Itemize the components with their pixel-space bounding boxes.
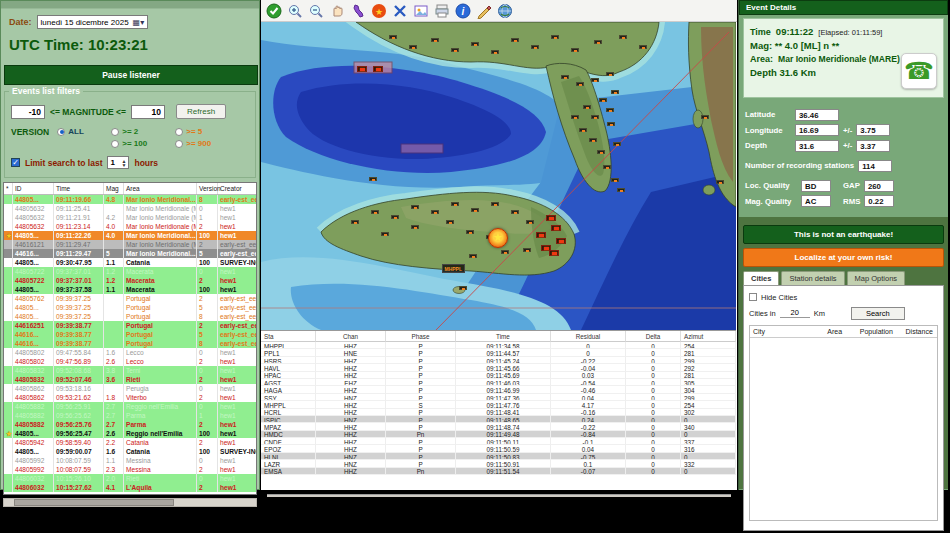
seismic-station-marker[interactable] (373, 66, 383, 72)
not-earthquake-button[interactable]: This is not an earthquake! (743, 225, 944, 244)
seismic-station-marker[interactable] (576, 82, 584, 86)
seismic-station-marker[interactable] (639, 45, 647, 49)
zoom-in-icon[interactable] (286, 2, 304, 20)
seismic-station-marker[interactable] (511, 210, 519, 214)
station-row[interactable]: SSYHNZP09:11:47.360.040299 (261, 394, 736, 401)
event-row[interactable]: 4480588209:56:25.622.7Parma1hew1 (4, 411, 256, 420)
station-row[interactable]: HCRLHHZP09:11:48.41-0.160302 (261, 409, 736, 416)
seismic-station-marker[interactable] (451, 202, 459, 206)
version-radio-2[interactable]: >= 2 (111, 127, 173, 136)
station-row[interactable]: HMDCHHZPn09:11:49.48-0.8400 (261, 431, 736, 438)
event-row[interactable]: ★44805...09:56:25.472.6Reggio nell'Emili… (4, 429, 256, 438)
event-row[interactable]: 4480563209:11:21.914.2Mar Ionio Meridion… (4, 213, 256, 222)
seismic-station-marker[interactable] (469, 254, 477, 258)
close-icon[interactable] (391, 2, 409, 20)
station-row[interactable]: AGSTEHZP09:11:46.03-0.540305 (261, 379, 736, 386)
seismic-station-marker[interactable] (409, 45, 417, 49)
station-row[interactable]: HPACHHZP09:11:45.690.030281 (261, 372, 736, 379)
event-row[interactable]: 4480580209:47:56.892.6Lecco2hew1 (4, 357, 256, 366)
event-row[interactable]: 44805...09:59:00.071.6Catania100SURVEY-I… (4, 447, 256, 456)
event-row[interactable]: 4480563209:11:25.41Mar Ionio Meridionale… (4, 204, 256, 213)
pan-hand-icon[interactable] (328, 2, 346, 20)
seismic-station-marker[interactable] (613, 142, 621, 146)
station-row[interactable]: MHPPLHHZS09:11:47.764.170254 (261, 401, 736, 408)
station-row[interactable]: ISPICHNZP09:11:48.650.2400 (261, 416, 736, 423)
station-picks-table[interactable]: StaChanPhaseTimeResidualDeltaAzimutMHPPL… (261, 330, 736, 490)
event-row[interactable]: 44805...09:30:47.951.1Catania100SURVEY-I… (4, 258, 256, 267)
seismic-station-marker[interactable] (589, 138, 597, 142)
zoom-out-icon[interactable] (307, 2, 325, 20)
version-radio-5[interactable]: >= 5 (175, 127, 237, 136)
seismic-station-marker[interactable] (459, 286, 467, 290)
pause-listener-button[interactable]: Pause listener (4, 65, 258, 85)
seismic-station-marker[interactable] (591, 78, 599, 82)
event-row[interactable]: 4480588209:56:25.762.7Parma2hew1 (4, 420, 256, 429)
seismic-station-marker[interactable] (523, 248, 531, 252)
seismic-station-marker[interactable] (491, 50, 499, 54)
seismic-station-marker[interactable] (411, 205, 419, 209)
seismic-station-marker[interactable] (431, 38, 439, 42)
seismic-station-marker[interactable] (606, 72, 614, 76)
seismic-station-marker[interactable] (391, 215, 399, 219)
seismic-station-marker[interactable] (594, 40, 602, 44)
phone-call-icon[interactable]: ☎ (901, 53, 937, 89)
event-row[interactable]: 4480586209:53:21.621.8Viterbo2hew1 (4, 393, 256, 402)
map[interactable]: MHPPL★ (261, 22, 736, 330)
tab-cities[interactable]: Cities (743, 271, 779, 285)
seismic-station-marker[interactable] (611, 90, 619, 94)
seismic-station-marker[interactable] (579, 128, 587, 132)
station-row[interactable]: EPOZHHZP09:11:50.590.040316 (261, 445, 736, 452)
station-row[interactable]: MPAZHHZP09:11:48.74-0.220340 (261, 423, 736, 430)
limit-search-checkbox[interactable]: ✓ (11, 158, 20, 167)
tab-station-details[interactable]: Station details (781, 271, 844, 285)
cities-search-button[interactable]: Search (851, 307, 905, 320)
seismic-station-marker[interactable] (411, 225, 419, 229)
seismic-station-marker[interactable] (389, 35, 397, 39)
info-icon[interactable]: i (454, 2, 472, 20)
confirm-icon[interactable] (265, 2, 283, 20)
event-row[interactable]: 44616...09:11:29.475Mar Ionio Meridional… (4, 249, 256, 258)
events-table-hscrollbar[interactable] (3, 498, 257, 507)
seismic-station-marker[interactable] (471, 208, 479, 212)
seismic-station-marker[interactable] (556, 238, 566, 244)
longitude-error-input[interactable]: 3.75 (856, 124, 890, 136)
event-row[interactable]: 44616...09:39:38.77Portugal5early-est_ee… (4, 330, 256, 339)
event-row[interactable]: 4480563209:11:23.144.0Mar Ionio Meridion… (4, 222, 256, 231)
event-row[interactable]: 4480599210:08:07.591.1Messina0hew1 (4, 456, 256, 465)
italy-region-icon[interactable] (349, 2, 367, 20)
seismic-station-marker[interactable] (371, 210, 379, 214)
seismic-station-marker[interactable] (551, 225, 561, 231)
epicenter-star-marker[interactable]: ★ (488, 228, 508, 248)
seismic-station-marker[interactable] (619, 35, 627, 39)
mag-max-input[interactable]: 10 (131, 105, 165, 119)
seismic-station-marker[interactable] (471, 42, 479, 46)
seismic-station-marker[interactable] (541, 245, 551, 251)
seismic-station-marker[interactable] (501, 250, 509, 254)
seismic-station-marker[interactable] (571, 48, 579, 52)
hours-spinner[interactable]: 1 ▲▼ (107, 156, 129, 169)
station-row[interactable]: PPL1HNEP09:11:44.5700281 (261, 349, 736, 356)
event-row[interactable]: 4480583209:52:07.463.6Rieti2hew1 (4, 375, 256, 384)
seismic-station-marker[interactable] (357, 66, 367, 72)
seismic-station-marker[interactable] (466, 230, 474, 234)
globe-icon[interactable] (496, 2, 514, 20)
seismic-station-marker[interactable] (571, 115, 579, 119)
seismic-station-marker[interactable] (607, 122, 615, 126)
seismic-station-marker[interactable] (611, 178, 619, 182)
version-radio-900[interactable]: >= 900 (175, 139, 237, 148)
date-picker[interactable]: lunedì 15 dicembre 2025 ▦▾ (37, 15, 149, 29)
seismic-station-marker[interactable] (606, 108, 614, 112)
event-row[interactable]: 4480603210:15:26.102.0Rieti0hew1 (4, 474, 256, 483)
event-row[interactable]: 4480586209:53:18.16Perugia0hew1 (4, 384, 256, 393)
seismic-station-marker[interactable] (583, 105, 591, 109)
event-star-icon[interactable]: ★ (370, 2, 388, 20)
event-row[interactable]: 4461612109:11:29.47Mar Ionio Meridionale… (4, 240, 256, 249)
version-radio-all[interactable]: ALL (57, 127, 109, 136)
event-row[interactable]: 4461625109:39:38.77Portugal2early-est_ee… (4, 321, 256, 330)
seismic-station-marker[interactable] (381, 232, 389, 236)
station-row[interactable]: MHPPLHHZP09:11:34.5800254 (261, 342, 736, 349)
seismic-station-marker[interactable] (716, 180, 724, 184)
station-row[interactable]: HSRSHHZP09:11:45.24-0.220299 (261, 357, 736, 364)
seismic-station-marker[interactable] (617, 188, 625, 192)
seismic-station-marker[interactable] (526, 220, 534, 224)
